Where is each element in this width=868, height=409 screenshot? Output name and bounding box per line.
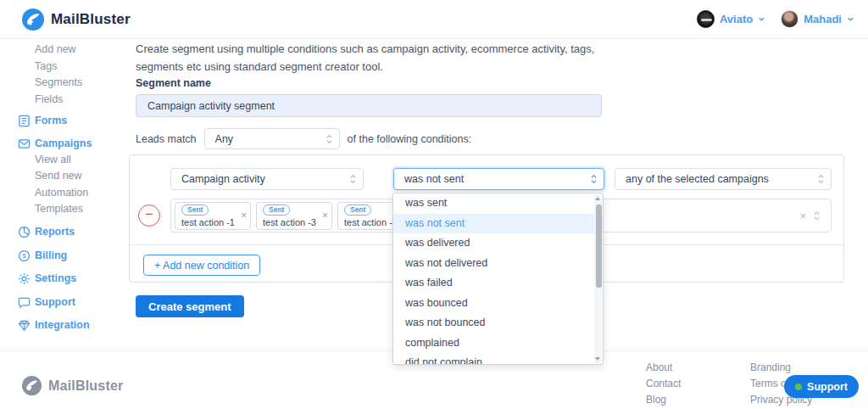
chat-bubble-icon [18, 296, 31, 309]
sidebar-item-automation[interactable]: Automation [0, 186, 129, 200]
sidebar-item-tags[interactable]: Tags [0, 59, 129, 74]
sidebar-item-forms[interactable]: Forms [0, 114, 129, 128]
campaign-chip: Sent test action -3 × [256, 202, 332, 230]
account-menu[interactable]: Aviato [697, 10, 765, 28]
account-avatar [697, 10, 715, 28]
dollar-circle-icon: $ [18, 249, 31, 262]
dropdown-option[interactable]: complained [393, 333, 603, 354]
support-chat-button[interactable]: Support [784, 375, 859, 398]
gem-icon [18, 319, 31, 332]
chip-close-icon[interactable]: × [241, 210, 247, 221]
footer-link-about[interactable]: About [646, 361, 681, 377]
sidebar-item-support[interactable]: Support [0, 295, 129, 310]
condition-campaign-select[interactable]: any of the selected campaigns [615, 168, 832, 190]
mailbluster-logo-icon-gray [22, 376, 42, 395]
status-badge: Sent [181, 204, 209, 216]
sidebar-item-integration[interactable]: Integration [0, 318, 129, 333]
svg-text:$: $ [22, 252, 26, 260]
operator-dropdown-menu: was sent was not sent was delivered was … [392, 193, 604, 365]
segment-name-input[interactable] [136, 94, 602, 117]
chip-label: test action -1 [181, 217, 235, 227]
form-icon [18, 115, 31, 127]
online-status-dot [795, 384, 802, 390]
footer-link-blog[interactable]: Blog [646, 393, 681, 409]
sidebar-item-send-new[interactable]: Send new [0, 169, 129, 183]
scrollbar-thumb[interactable] [596, 204, 602, 288]
add-condition-button[interactable]: + Add new condition [143, 255, 260, 276]
status-badge: Sent [263, 204, 290, 216]
sidebar-item-fields[interactable]: Fields [0, 92, 129, 107]
leads-match-row: Leads match Any of the following conditi… [136, 128, 471, 149]
user-avatar [781, 10, 798, 28]
select-arrows-icon [326, 133, 333, 145]
condition-field-select[interactable]: Campaign activity [170, 168, 364, 190]
segment-description: Create segment using multiple conditions… [136, 40, 615, 76]
brand-name: MailBluster [51, 11, 131, 28]
pie-chart-icon [18, 226, 31, 238]
account-name: Aviato [720, 13, 753, 25]
sidebar: Add new Tags Segments Fields Forms Campa… [0, 39, 129, 409]
sidebar-item-view-all[interactable]: View all [0, 153, 129, 167]
clear-all-icon[interactable]: × [799, 210, 806, 222]
sidebar-item-settings[interactable]: Settings [0, 272, 129, 286]
leads-match-suffix: of the following conditions: [348, 133, 472, 145]
sidebar-item-billing[interactable]: $ Billing [0, 249, 129, 263]
footer-brand: MailBluster [22, 376, 123, 395]
minus-icon: − [145, 206, 153, 222]
dropdown-option[interactable]: was bounced [393, 294, 603, 314]
scroll-down-arrow[interactable] [595, 357, 600, 361]
envelope-icon [18, 137, 31, 150]
footer-brand-name: MailBluster [48, 378, 123, 394]
select-arrows-icon [590, 173, 598, 185]
chevron-down-icon [758, 15, 765, 23]
leads-match-label: Leads match [136, 133, 197, 145]
sidebar-item-add-new[interactable]: Add new [0, 42, 129, 57]
dropdown-option[interactable]: was delivered [393, 233, 603, 254]
select-arrows-icon [817, 173, 825, 185]
create-segment-button[interactable]: Create segment [136, 295, 244, 317]
select-arrows-icon [349, 173, 357, 185]
footer-link-contact[interactable]: Contact [646, 377, 681, 393]
dropdown-option[interactable]: was failed [393, 273, 603, 294]
dropdown-option[interactable]: was sent [393, 193, 603, 214]
sidebar-item-templates[interactable]: Templates [0, 202, 129, 216]
chip-label: test action -4 [344, 217, 398, 227]
chip-close-icon[interactable]: × [322, 210, 328, 221]
chip-label: test action -3 [263, 217, 316, 227]
dropdown-option-selected[interactable]: was not sent [393, 214, 603, 234]
sidebar-item-campaigns[interactable]: Campaigns [0, 137, 129, 151]
brand-logo[interactable]: MailBluster [22, 8, 131, 31]
scroll-up-arrow[interactable] [595, 197, 600, 200]
select-arrows-icon[interactable] [813, 210, 821, 221]
footer-links-column-1: About Contact Blog [646, 361, 681, 409]
dropdown-option[interactable]: was not bounced [393, 313, 603, 333]
leads-match-select[interactable]: Any [204, 128, 340, 149]
mailbluster-logo-icon [22, 8, 44, 31]
chevron-down-icon [847, 15, 854, 23]
condition-operator-select[interactable]: was not sent [393, 168, 604, 190]
sidebar-item-reports[interactable]: Reports [0, 225, 129, 239]
remove-condition-button[interactable]: − [138, 204, 160, 227]
campaign-chip: Sent test action -1 × [175, 202, 251, 230]
mailbluster-app: MailBluster Aviato Mahadi Add new Tags S… [0, 0, 868, 409]
segment-name-label: Segment name [136, 77, 211, 89]
dropdown-option[interactable]: was not delivered [393, 254, 603, 274]
status-badge: Sent [344, 204, 371, 216]
gear-icon [18, 272, 31, 285]
user-menu[interactable]: Mahadi [781, 10, 854, 28]
dropdown-option[interactable]: did not complain [393, 353, 603, 365]
user-name: Mahadi [804, 13, 842, 25]
top-header: MailBluster Aviato Mahadi [0, 0, 868, 39]
sidebar-item-segments[interactable]: Segments [0, 76, 129, 90]
